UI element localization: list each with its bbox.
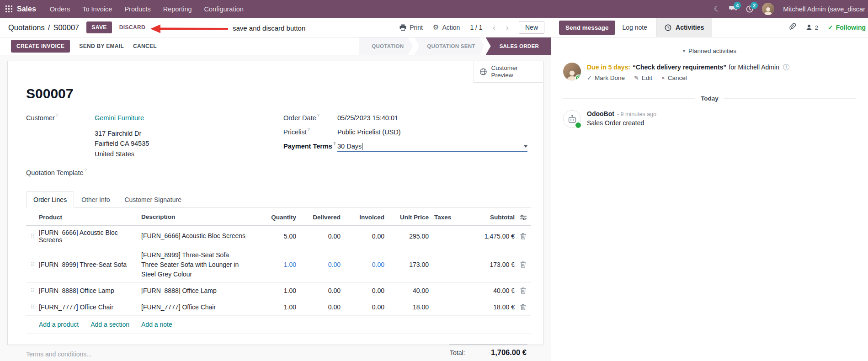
print-button[interactable]: Print	[399, 24, 423, 31]
log-note-button[interactable]: Log note	[623, 24, 648, 31]
product-cell[interactable]: [FURN_7777] Office Chair	[39, 303, 141, 311]
invoiced-cell[interactable]: 0.00	[341, 261, 384, 268]
tab-other-info[interactable]: Other Info	[74, 191, 117, 208]
drag-handle-icon[interactable]: ⠿	[26, 233, 39, 239]
customer-preview-button[interactable]: Customer Preview	[474, 61, 543, 83]
description-line-1: [FURN_8999] Three-Seat Sofa	[141, 250, 247, 260]
discard-button[interactable]: DISCARD	[119, 24, 145, 31]
attachment-icon[interactable]	[789, 23, 796, 32]
new-button[interactable]: New	[519, 21, 544, 34]
send-message-button[interactable]: Send message	[559, 21, 615, 35]
terms-placeholder[interactable]: Terms and conditions...	[26, 350, 92, 358]
gear-icon: ⚙	[433, 23, 439, 32]
invoiced-cell[interactable]: 0.00	[341, 287, 384, 294]
quantity-cell[interactable]: 5.00	[250, 233, 296, 240]
quotation-template-field[interactable]: Quotation Template?	[26, 169, 257, 181]
delete-row-icon[interactable]	[515, 261, 531, 268]
pager-next-icon[interactable]: ›	[506, 23, 509, 32]
action-button[interactable]: ⚙ Action	[433, 23, 460, 32]
quantity-cell[interactable]: 1.00	[250, 261, 296, 268]
unit-price-cell[interactable]: 18.00	[384, 303, 429, 311]
activities-clock-icon[interactable]: 2	[746, 5, 753, 13]
drag-handle-icon[interactable]: ⠿	[26, 304, 39, 310]
user-avatar[interactable]	[762, 3, 774, 15]
step-sales-order[interactable]: SALES ORDER	[486, 37, 551, 55]
following-button[interactable]: ✓ Following	[828, 24, 866, 31]
breadcrumb-quotations[interactable]: Quotations	[8, 23, 45, 32]
user-name[interactable]: Mitchell Admin (save_discar	[783, 5, 865, 13]
edit-activity-button[interactable]: ✎ Edit	[634, 74, 652, 81]
drag-handle-icon[interactable]: ⠿	[26, 261, 39, 268]
activities-tab[interactable]: Activities	[656, 18, 712, 37]
drag-handle-icon[interactable]: ⠿	[26, 287, 39, 294]
sheet-content: S00007 Customer? Gemini Furniture 317 Fa…	[8, 61, 543, 358]
delivered-cell[interactable]: 0.00	[296, 303, 341, 311]
info-icon[interactable]: i	[783, 64, 789, 70]
unit-price-cell[interactable]: 173.00	[384, 261, 429, 268]
text-cursor	[362, 143, 362, 150]
create-invoice-button[interactable]: CREATE INVOICE	[11, 40, 70, 53]
quantity-cell[interactable]: 1.00	[250, 303, 296, 311]
dropdown-caret-icon[interactable]	[524, 145, 527, 148]
mark-done-button[interactable]: ✓ Mark Done	[587, 74, 625, 81]
unit-price-cell[interactable]: 40.00	[384, 287, 429, 294]
add-section-link[interactable]: Add a section	[91, 321, 129, 328]
messages-count-badge: 4	[734, 2, 741, 9]
description-cell[interactable]: [FURN_8888] Office Lamp	[141, 286, 250, 296]
messages-icon[interactable]: 4	[729, 5, 737, 12]
send-by-email-button[interactable]: SEND BY EMAIL	[79, 43, 124, 49]
topbar-right: ☾ 4 2 Mitchell Admin (save_discar	[714, 3, 868, 15]
unit-price-cell[interactable]: 295.00	[384, 233, 429, 240]
dark-mode-icon[interactable]: ☾	[713, 4, 722, 14]
delivered-cell[interactable]: 0.00	[296, 233, 341, 240]
payment-terms-input[interactable]: 30 Days	[337, 143, 527, 152]
add-product-link[interactable]: Add a product	[39, 321, 79, 328]
step-quotation[interactable]: QUOTATION	[359, 37, 413, 55]
right-column: Order Date? 05/25/2023 15:40:01 Pricelis…	[257, 114, 531, 183]
delete-row-icon[interactable]	[515, 233, 531, 239]
total-label: Total:	[450, 349, 465, 356]
followers-icon	[806, 24, 812, 31]
optional-columns-icon[interactable]	[515, 214, 531, 221]
delete-row-icon[interactable]	[515, 304, 531, 310]
order-date-value[interactable]: 05/25/2023 15:40:01	[337, 114, 398, 122]
cancel-activity-button[interactable]: × Cancel	[661, 74, 687, 81]
save-button[interactable]: SAVE	[86, 21, 112, 33]
invoiced-cell[interactable]: 0.00	[341, 303, 384, 311]
menu-configuration[interactable]: Configuration	[204, 5, 244, 13]
product-cell[interactable]: [FURN_8999] Three-Seat Sofa	[39, 261, 141, 268]
planned-activities-toggle[interactable]: ▾ Planned activities	[683, 48, 736, 54]
menu-reporting[interactable]: Reporting	[163, 5, 192, 13]
pager-previous-icon[interactable]: ‹	[493, 23, 496, 32]
order-lines-header: Product Description Quantity Delivered I…	[26, 208, 531, 225]
description-cell[interactable]: [FURN_7777] Office Chair	[141, 303, 250, 312]
customer-label: Customer?	[26, 114, 95, 122]
table-footer: Terms and conditions... Total: 1,706.00 …	[26, 344, 531, 358]
step-quotation-sent[interactable]: QUOTATION SENT	[414, 37, 484, 55]
menu-orders[interactable]: Orders	[50, 5, 70, 13]
tab-customer-signature[interactable]: Customer Signature	[117, 191, 189, 208]
product-cell[interactable]: [FURN_6666] Acoustic Bloc Screens	[39, 229, 141, 244]
description-cell[interactable]: [FURN_8999] Three-Seat Sofa Three Seater…	[141, 250, 250, 279]
pricelist-value[interactable]: Public Pricelist (USD)	[337, 128, 401, 136]
subtotal-cell: 1,475.00 €	[464, 233, 515, 240]
quantity-cell[interactable]: 1.00	[250, 287, 296, 294]
check-icon: ✓	[828, 24, 833, 31]
menu-to-invoice[interactable]: To Invoice	[82, 5, 112, 13]
customer-link[interactable]: Gemini Furniture	[95, 114, 144, 122]
apps-menu-icon[interactable]	[5, 5, 12, 12]
description-cell[interactable]: [FURN_6666] Acoustic Bloc Screens	[141, 231, 250, 241]
invoiced-cell[interactable]: 0.00	[341, 233, 384, 240]
product-cell[interactable]: [FURN_8888] Office Lamp	[39, 287, 141, 294]
delivered-cell[interactable]: 0.00	[296, 287, 341, 294]
menu-products[interactable]: Products	[124, 5, 150, 13]
delivered-cell[interactable]: 0.00	[296, 261, 341, 268]
delete-row-icon[interactable]	[515, 287, 531, 294]
add-note-link[interactable]: Add a note	[141, 321, 172, 328]
cancel-button[interactable]: CANCEL	[133, 43, 157, 49]
activity-content: Due in 5 days: “Check delivery requireme…	[587, 63, 789, 81]
followers-button[interactable]: 2	[806, 24, 818, 31]
app-brand[interactable]: Sales	[17, 5, 36, 13]
table-row: ⠿ [FURN_6666] Acoustic Bloc Screens [FUR…	[26, 226, 531, 247]
tab-order-lines[interactable]: Order Lines	[26, 191, 74, 208]
